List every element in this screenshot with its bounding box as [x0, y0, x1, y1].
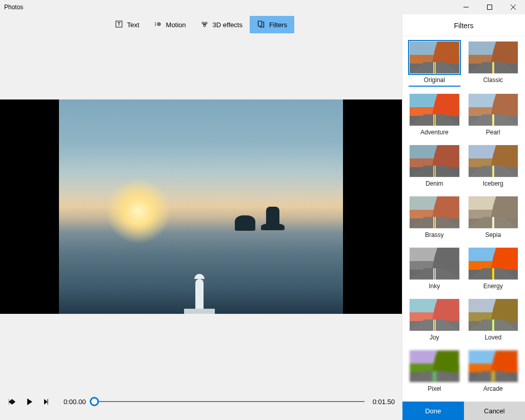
video-preview-area: [0, 99, 402, 314]
timeline-thumb[interactable]: [90, 397, 99, 406]
filter-label: Arcade: [469, 385, 518, 393]
svg-rect-16: [47, 399, 48, 405]
filter-arcade[interactable]: Arcade: [469, 350, 518, 393]
svg-marker-14: [27, 398, 32, 405]
svg-marker-15: [44, 399, 48, 405]
filter-thumbnail: [469, 42, 518, 73]
toolbar-motion-button[interactable]: Motion: [147, 16, 193, 33]
maximize-icon: [487, 5, 492, 10]
filter-pixel[interactable]: Pixel: [410, 350, 459, 393]
filter-label: Inky: [410, 283, 459, 291]
playback-timeline[interactable]: [91, 396, 364, 407]
filters-panel: Filters OriginalClassicAdventurePearlDen…: [402, 14, 525, 420]
window-controls: [454, 0, 525, 14]
filter-thumbnail: [410, 248, 459, 279]
minimize-icon: [463, 5, 469, 10]
editor-toolbar: TextMotion3D effectsFilters: [0, 14, 402, 35]
filter-thumbnail: [410, 145, 459, 177]
app-body: TextMotion3D effectsFilters 0:00.00: [0, 14, 525, 420]
filter-thumbnail: [410, 94, 459, 126]
filter-thumbnail: [410, 42, 459, 73]
filter-energy[interactable]: Energy: [469, 248, 518, 291]
svg-rect-10: [258, 21, 261, 26]
filters-grid: OriginalClassicAdventurePearlDenimIceber…: [410, 42, 518, 393]
toolbar-item-label: Motion: [166, 21, 186, 29]
filter-label: Energy: [469, 283, 518, 291]
motion-icon: [154, 20, 162, 30]
play-button[interactable]: [22, 394, 37, 409]
close-button[interactable]: [501, 0, 525, 14]
app-title: Photos: [4, 4, 23, 11]
svg-marker-11: [9, 399, 12, 405]
close-icon: [511, 5, 516, 10]
filter-thumbnail: [469, 196, 518, 228]
toolbar-item-label: 3D effects: [213, 21, 243, 29]
filter-label: Sepia: [469, 231, 518, 239]
filter-joy[interactable]: Joy: [410, 299, 459, 342]
filter-adventure[interactable]: Adventure: [410, 94, 459, 137]
timeline-track: [91, 401, 364, 402]
svg-marker-13: [12, 399, 15, 405]
filter-thumbnail: [469, 94, 518, 126]
video-preview[interactable]: [59, 99, 343, 314]
toolbar-3deffects-button[interactable]: 3D effects: [193, 16, 250, 33]
filter-thumbnail: [410, 299, 459, 331]
filter-iceberg[interactable]: Iceberg: [469, 145, 518, 188]
text-icon: [115, 20, 123, 30]
svg-point-6: [158, 24, 159, 25]
filter-label: Joy: [410, 334, 459, 342]
3d-effects-icon: [200, 20, 209, 30]
filter-label: Classic: [469, 76, 518, 85]
filter-label: Original: [409, 76, 460, 87]
cancel-button[interactable]: Cancel: [464, 402, 526, 420]
filter-label: Pearl: [469, 129, 518, 137]
toolbar-item-label: Text: [127, 21, 139, 29]
filter-thumbnail: [469, 248, 518, 279]
title-bar: Photos: [0, 0, 525, 14]
svg-point-8: [205, 22, 207, 24]
filter-label: Denim: [410, 180, 459, 188]
playback-current-time: 0:00.00: [64, 398, 86, 406]
toolbar-item-label: Filters: [269, 21, 287, 29]
panel-footer: Done Cancel: [402, 402, 525, 420]
filter-label: Loved: [469, 334, 518, 342]
filter-inky[interactable]: Inky: [410, 248, 459, 291]
play-icon: [26, 398, 33, 405]
main-column: TextMotion3D effectsFilters 0:00.00: [0, 14, 402, 420]
filter-thumbnail: [410, 196, 459, 228]
step-forward-button[interactable]: [39, 394, 54, 409]
filter-label: Adventure: [410, 129, 459, 137]
step-back-button[interactable]: [4, 394, 19, 409]
filter-label: Pixel: [410, 385, 459, 393]
filter-label: Brassy: [410, 231, 459, 239]
filter-thumbnail: [469, 145, 518, 177]
step-forward-icon: [44, 398, 50, 405]
step-back-icon: [9, 398, 15, 405]
filter-pearl[interactable]: Pearl: [469, 94, 518, 137]
filter-sepia[interactable]: Sepia: [469, 196, 518, 239]
maximize-button[interactable]: [478, 0, 501, 14]
playback-end-time: 0:01.50: [373, 398, 395, 406]
playback-bar: 0:00.00 0:01.50: [0, 391, 402, 412]
filter-thumbnail: [469, 299, 518, 331]
filter-classic[interactable]: Classic: [469, 42, 518, 86]
filter-brassy[interactable]: Brassy: [410, 196, 459, 239]
filter-denim[interactable]: Denim: [410, 145, 459, 188]
filters-scroll[interactable]: OriginalClassicAdventurePearlDenimIceber…: [402, 36, 525, 402]
toolbar-filters-button[interactable]: Filters: [250, 16, 294, 33]
svg-rect-1: [488, 5, 492, 10]
filter-loved[interactable]: Loved: [469, 299, 518, 342]
toolbar-text-button[interactable]: Text: [108, 16, 147, 33]
svg-rect-12: [9, 399, 9, 405]
filter-original[interactable]: Original: [410, 42, 459, 86]
done-button[interactable]: Done: [402, 402, 464, 420]
minimize-button[interactable]: [454, 0, 478, 14]
filter-thumbnail: [469, 350, 518, 382]
filter-thumbnail: [410, 350, 459, 382]
filter-label: Iceberg: [469, 180, 518, 188]
svg-point-7: [202, 22, 204, 24]
filters-icon: [257, 20, 265, 30]
panel-title: Filters: [402, 14, 525, 36]
